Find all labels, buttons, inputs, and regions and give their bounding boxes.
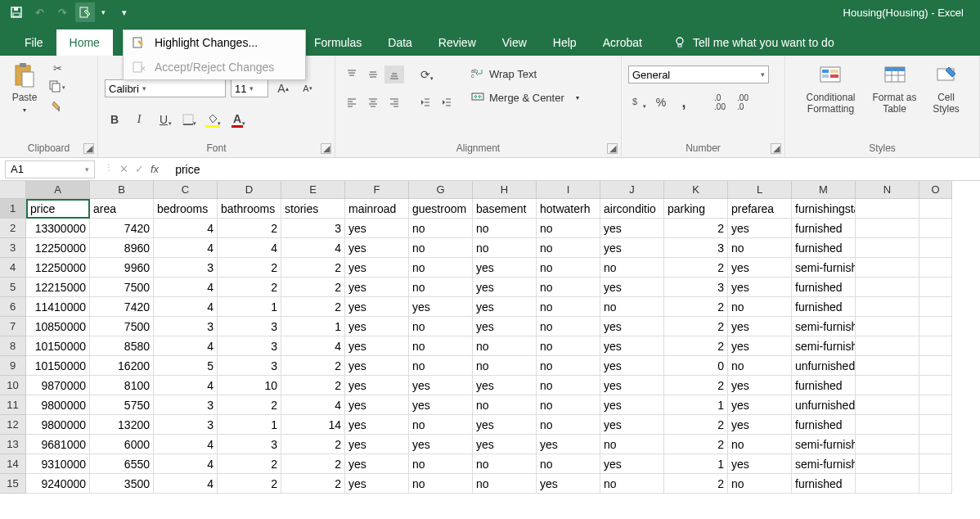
cell[interactable]: 4	[281, 395, 345, 415]
name-box[interactable]: A1 ▾	[5, 160, 95, 178]
cell[interactable]: yes	[600, 356, 664, 376]
cell[interactable]: yes	[728, 376, 792, 395]
cell[interactable]: 2	[281, 278, 345, 297]
column-header[interactable]: J	[600, 181, 664, 199]
cell[interactable]: 4	[154, 238, 218, 258]
qat-dropdown-icon[interactable]: ▾	[98, 8, 109, 16]
underline-button[interactable]: U▾	[154, 111, 173, 129]
cell[interactable]: 3	[664, 238, 728, 258]
cell[interactable]: semi-furnished	[792, 454, 856, 474]
cell[interactable]: yes	[345, 278, 409, 297]
cell[interactable]: 1	[281, 317, 345, 336]
cell[interactable]: yes	[345, 317, 409, 336]
cell[interactable]: 4	[154, 278, 218, 297]
cell[interactable]	[856, 454, 919, 474]
cell[interactable]: yes	[728, 336, 792, 356]
cell[interactable]: 16200	[90, 356, 154, 376]
cell[interactable]: 9240000	[26, 474, 90, 494]
cell[interactable]: yes	[345, 474, 409, 494]
cell[interactable]: 3	[281, 219, 345, 238]
font-size-combo[interactable]: 11▾	[231, 79, 268, 97]
cell[interactable]: 10150000	[26, 356, 90, 376]
cell[interactable]	[856, 219, 919, 238]
cell[interactable]: 3500	[90, 474, 154, 494]
cell[interactable]: 4	[154, 474, 218, 494]
paste-button[interactable]: Paste ▾	[7, 59, 43, 117]
row-header[interactable]: 9	[0, 356, 26, 376]
cell[interactable]: yes	[345, 238, 409, 258]
cells-area[interactable]: priceareabedroomsbathroomsstoriesmainroa…	[26, 199, 952, 494]
fill-color-button[interactable]: ▾	[203, 111, 223, 129]
cell[interactable]: 2	[218, 454, 281, 474]
cell[interactable]: no	[473, 395, 537, 415]
tab-acrobat[interactable]: Acrobat	[590, 29, 655, 56]
column-header[interactable]: N	[856, 181, 919, 199]
conditional-formatting-button[interactable]: Conditional Formatting	[798, 59, 865, 119]
cell[interactable]: yes	[728, 395, 792, 415]
cell[interactable]: no	[728, 297, 792, 317]
cell[interactable]: no	[537, 317, 600, 336]
cell[interactable]: yes	[345, 219, 409, 238]
cell[interactable]: 3	[218, 336, 281, 356]
cell[interactable]: 1	[218, 297, 281, 317]
cell[interactable]: 2	[281, 435, 345, 454]
cell[interactable]: 7420	[90, 219, 154, 238]
cell[interactable]: no	[409, 474, 473, 494]
cell[interactable]: semi-furnished	[792, 317, 856, 336]
cell[interactable]: no	[728, 474, 792, 494]
cell[interactable]: 9960	[90, 258, 154, 278]
cell[interactable]: yes	[537, 474, 600, 494]
cell[interactable]: 3	[154, 415, 218, 435]
cell[interactable]: 2	[664, 474, 728, 494]
cell[interactable]: 3	[218, 356, 281, 376]
row-header[interactable]: 4	[0, 258, 26, 278]
decrease-font-button[interactable]: A▾	[298, 79, 317, 97]
cell[interactable]: no	[537, 219, 600, 238]
highlight-changes-item[interactable]: Highlight Changes...	[124, 30, 305, 55]
cell[interactable]: yes	[600, 278, 664, 297]
cell[interactable]: 7500	[90, 317, 154, 336]
cell[interactable]: 0	[664, 356, 728, 376]
cell[interactable]: yes	[473, 435, 537, 454]
column-header[interactable]: H	[473, 181, 537, 199]
column-header[interactable]: I	[537, 181, 600, 199]
cell[interactable]: 3	[154, 395, 218, 415]
cell[interactable]: 3	[154, 317, 218, 336]
cell[interactable]: yes	[600, 454, 664, 474]
format-as-table-button[interactable]: Format as Table	[868, 59, 922, 119]
cell[interactable]	[919, 474, 952, 494]
cell[interactable]: no	[728, 435, 792, 454]
cell[interactable]: 4	[281, 238, 345, 258]
cell[interactable]: no	[537, 454, 600, 474]
cell[interactable]: 4	[154, 454, 218, 474]
column-header[interactable]: O	[919, 181, 952, 199]
cell[interactable]	[919, 219, 952, 238]
cell[interactable]: 4	[154, 435, 218, 454]
cell[interactable]: yes	[409, 435, 473, 454]
cell[interactable]: 9870000	[26, 376, 90, 395]
wrap-text-button[interactable]: abc Wrap Text	[468, 65, 582, 83]
cell[interactable]	[919, 199, 952, 219]
cell[interactable]: no	[409, 356, 473, 376]
cell[interactable]: 2	[281, 454, 345, 474]
cell[interactable]: no	[537, 356, 600, 376]
align-center-button[interactable]	[363, 93, 383, 111]
row-header[interactable]: 13	[0, 435, 26, 454]
cell[interactable]: furnished	[792, 376, 856, 395]
cell[interactable]: 2	[664, 258, 728, 278]
cell[interactable]: 2	[281, 474, 345, 494]
cell[interactable]: no	[473, 474, 537, 494]
cell[interactable]: yes	[473, 278, 537, 297]
align-top-button[interactable]	[342, 65, 362, 83]
cell[interactable]: no	[409, 278, 473, 297]
row-header[interactable]: 6	[0, 297, 26, 317]
cell[interactable]	[919, 278, 952, 297]
column-header[interactable]: D	[218, 181, 281, 199]
row-header[interactable]: 14	[0, 454, 26, 474]
cell[interactable]: no	[728, 238, 792, 258]
cell[interactable]: yes	[600, 395, 664, 415]
row-header[interactable]: 1	[0, 199, 26, 219]
cell[interactable]: yes	[345, 376, 409, 395]
cell[interactable]: no	[600, 474, 664, 494]
cell[interactable]: yes	[728, 454, 792, 474]
